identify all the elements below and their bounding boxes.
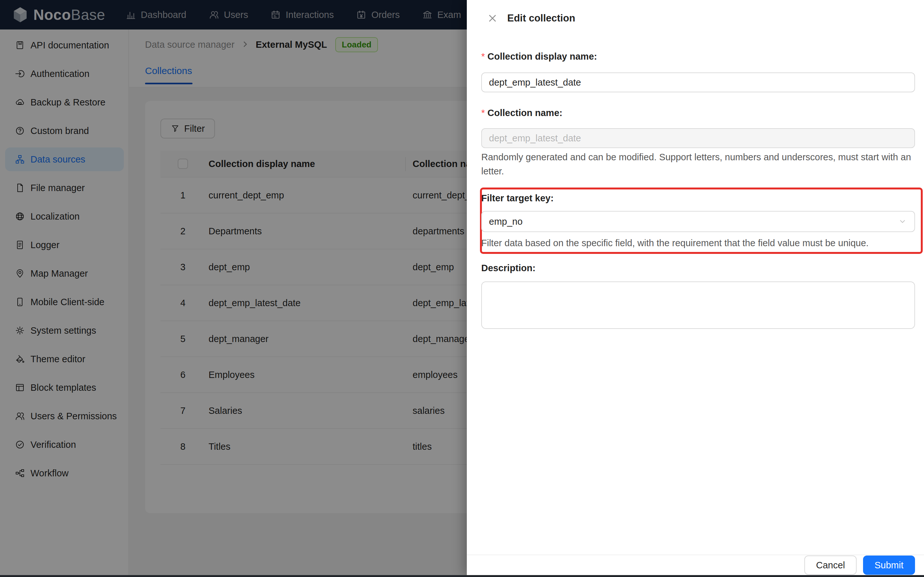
required-mark: * [481,108,485,118]
collection-name-input [481,128,915,148]
filter-target-key-help: Filter data based on the specific field,… [481,236,911,250]
screen-bottom-edge [0,575,924,577]
description-label: Description: [481,263,535,274]
screen: NocoBase Dashboard Users Interactions [0,0,924,577]
drawer-footer: Cancel Submit [467,554,924,575]
select-value: emp_no [489,216,523,227]
collection-name-label: *Collection name: [481,108,562,118]
close-icon[interactable] [485,11,499,25]
cancel-button[interactable]: Cancel [804,556,856,575]
drawer-header: Edit collection [467,0,924,37]
display-name-label: *Collection display name: [481,51,597,62]
required-mark: * [481,51,485,61]
display-name-input[interactable] [481,73,915,92]
edit-collection-drawer: Edit collection *Collection display name… [467,0,924,575]
collection-name-help: Randomly generated and can be modified. … [481,150,911,178]
filter-target-key-label: Filter target key: [481,193,554,203]
chevron-down-icon [898,218,907,226]
submit-button[interactable]: Submit [863,556,915,575]
description-textarea[interactable] [481,282,915,329]
filter-target-key-select[interactable]: emp_no [481,211,915,232]
drawer-title: Edit collection [507,13,575,24]
